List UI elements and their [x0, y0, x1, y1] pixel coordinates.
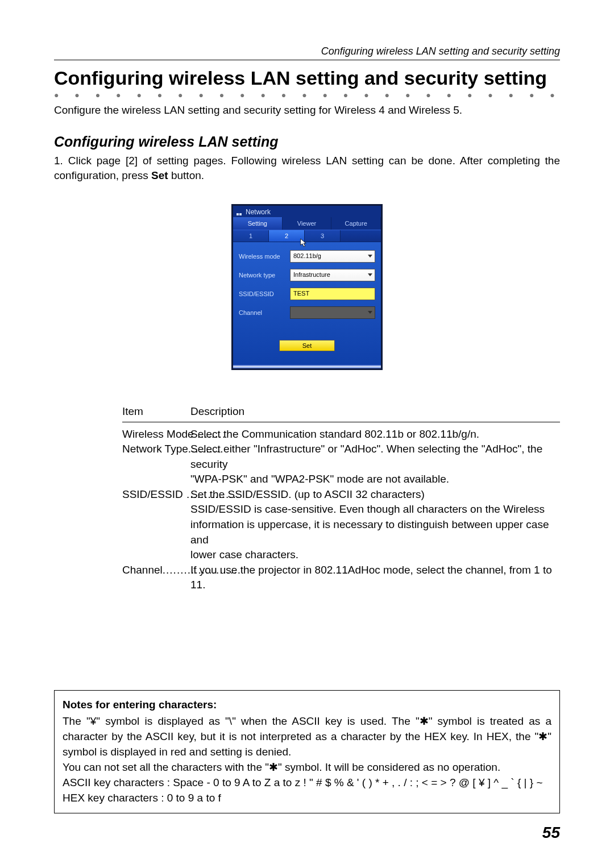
wireless-mode-field[interactable]: 802.11b/g — [290, 250, 375, 263]
ssid-label: SSID/ESSID — [239, 290, 290, 297]
page-tab-1[interactable]: 1 — [233, 230, 269, 242]
sub-heading: Configuring wireless LAN setting — [54, 134, 560, 150]
desc-label-ss: SSID/ESSID ............... — [122, 487, 190, 502]
page-number: 55 — [542, 824, 560, 842]
top-rule — [54, 60, 560, 60]
screenshot-wrap: Network Setting Viewer Capture 1 2 3 Wir… — [54, 204, 560, 370]
page-tab-2[interactable]: 2 — [269, 230, 305, 242]
desc-label-nt: Network Type.......... — [122, 442, 190, 472]
channel-label: Channel — [239, 309, 290, 316]
row-channel: Channel — [239, 306, 375, 319]
set-row: Set — [239, 325, 375, 359]
desc-label-ch: Channel...................... — [122, 563, 190, 593]
desc-row-ssid: SSID/ESSID ............... Set the SSID/… — [122, 487, 560, 502]
desc-text-ch: If you use the projector in 802.11AdHoc … — [190, 563, 560, 593]
description-header: Item Description — [122, 404, 560, 422]
row-network-type: Network type Infrastructure — [239, 269, 375, 281]
step-1: 1. Click page [2] of setting pages. Foll… — [54, 153, 560, 184]
main-heading: Configuring wireless LAN setting and sec… — [54, 67, 560, 89]
desc-row-channel: Channel...................... If you use… — [122, 563, 560, 593]
form-area: Wireless mode 802.11b/g Network type Inf… — [233, 242, 381, 365]
notes-line-1: The "¥" symbol is displayed as "\" when … — [63, 714, 551, 760]
ssid-field[interactable]: TEST — [290, 288, 375, 300]
network-type-field[interactable]: Infrastructure — [290, 269, 375, 281]
desc-text-ss-2: SSID/ESSID is case-sensitive. Even thoug… — [190, 502, 560, 517]
notes-title: Notes for entering characters: — [63, 697, 551, 713]
tab-capture[interactable]: Capture — [331, 217, 381, 230]
desc-label-ch-text: Channel — [122, 564, 163, 576]
desc-label-wm: Wireless Mode ........ — [122, 427, 190, 442]
desc-label-nt-text: Network Type — [122, 443, 188, 455]
desc-text-ss: Set the SSID/ESSID. (up to ASCII 32 char… — [190, 487, 560, 502]
dialog-title: Network — [246, 208, 271, 216]
dialog-title-bar: Network — [233, 206, 381, 217]
page-tab-3[interactable]: 3 — [305, 230, 341, 242]
description-block: Item Description Wireless Mode ........ … — [122, 404, 560, 593]
tab-viewer[interactable]: Viewer — [283, 217, 332, 230]
wireless-mode-label: Wireless mode — [239, 253, 290, 260]
page-tab-filler — [341, 230, 381, 242]
step-1-pre: 1. Click page [2] of setting pages. Foll… — [54, 155, 560, 182]
network-dialog: Network Setting Viewer Capture 1 2 3 Wir… — [231, 204, 383, 370]
desc-label-wm-text: Wireless Mode — [122, 428, 194, 440]
lead-text: Configure the wireless LAN setting and s… — [54, 103, 560, 118]
desc-text-ss-3: information is uppercase, it is necessar… — [190, 517, 560, 547]
desc-text-wm: Select the Communication standard 802.11… — [190, 427, 560, 442]
heading-dots: ● ● ● ● ● ● ● ● ● ● ● ● ● ● ● ● ● ● ● ● … — [54, 90, 560, 99]
desc-label-ss-text: SSID/ESSID — [122, 488, 183, 500]
channel-field[interactable] — [290, 306, 375, 319]
desc-row-network-type: Network Type.......... Select either "In… — [122, 442, 560, 472]
network-type-label: Network type — [239, 272, 290, 279]
notes-line-2: You can not set all the characters with … — [63, 760, 551, 775]
page: Configuring wireless LAN setting and sec… — [0, 0, 614, 868]
notes-line-3: ASCII key characters : Space - 0 to 9 A … — [63, 775, 551, 791]
top-tabs: Setting Viewer Capture — [233, 217, 381, 230]
svg-marker-0 — [301, 239, 306, 247]
running-head: Configuring wireless LAN setting and sec… — [54, 45, 560, 57]
set-button[interactable]: Set — [279, 340, 335, 351]
desc-head-item: Item — [122, 404, 190, 420]
desc-text-nt: Select either "Infrastructure" or "AdHoc… — [190, 442, 560, 472]
step-1-bold: Set — [151, 169, 168, 181]
tab-setting[interactable]: Setting — [233, 217, 283, 230]
step-1-post: button. — [168, 169, 204, 181]
desc-text-ss-4: lower case characters. — [190, 547, 560, 563]
dialog-bottom-strip — [233, 365, 381, 368]
desc-head-desc: Description — [190, 404, 244, 420]
desc-text-nt-2: "WPA-PSK" and "WPA2-PSK" mode are not av… — [190, 472, 560, 487]
notes-line-4: HEX key characters : 0 to 9 a to f — [63, 791, 551, 806]
row-ssid: SSID/ESSID TEST — [239, 288, 375, 300]
app-icon — [237, 209, 242, 215]
row-wireless-mode: Wireless mode 802.11b/g — [239, 250, 375, 263]
desc-row-wireless-mode: Wireless Mode ........ Select the Commun… — [122, 427, 560, 442]
notes-box: Notes for entering characters: The "¥" s… — [54, 690, 560, 813]
cursor-icon — [300, 239, 308, 248]
